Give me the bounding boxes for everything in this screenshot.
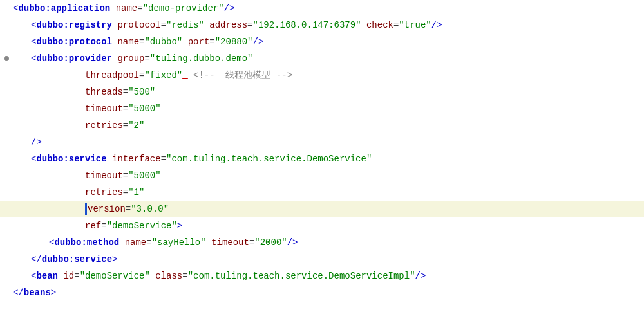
line-code: <dubbo:method name="sayHello" timeout="2… [49, 235, 298, 250]
line-code: threads="500" [85, 84, 155, 100]
code-line: <bean id="demoService" class="com.tuling… [0, 268, 644, 284]
code-line: timeout="5000" [0, 167, 644, 184]
line-code: threadpool="fixed"_ <!-- 线程池模型 --> [85, 68, 292, 83]
code-line: <dubbo:service interface="com.tuling.tea… [0, 151, 644, 167]
line-code: timeout="5000" [85, 168, 161, 183]
line-code: </dubbo:service> [31, 252, 117, 267]
code-line: retries="1" [0, 184, 644, 201]
code-line: <dubbo:registry protocol="redis" address… [0, 17, 644, 33]
code-line: </dubbo:service> [0, 251, 644, 268]
line-code: /> [31, 134, 42, 150]
code-line: <dubbo:method name="sayHello" timeout="2… [0, 234, 644, 251]
code-line: <dubbo:provider group="tuling.dubbo.demo… [0, 50, 644, 67]
code-line: threadpool="fixed"_ <!-- 线程池模型 --> [0, 67, 644, 84]
code-line: threads="500" [0, 84, 644, 100]
line-code: <dubbo:application name="demo-provider"/… [13, 1, 235, 16]
line-code: </beans> [13, 285, 56, 300]
line-code: ref="demoService"> [85, 218, 182, 234]
line-code: <dubbo:protocol name="dubbo" port="20880… [31, 34, 263, 50]
line-code: <dubbo:service interface="com.tuling.tea… [31, 151, 372, 167]
line-code: <dubbo:registry protocol="redis" address… [31, 17, 442, 33]
code-line: </beans> [0, 284, 644, 301]
text-cursor [85, 203, 87, 215]
line-code: version="3.0.0" [85, 201, 169, 217]
gutter-dot [4, 56, 9, 61]
code-line: ref="demoService"> [0, 217, 644, 234]
code-line: retries="2" [0, 117, 644, 134]
code-editor[interactable]: <dubbo:application name="demo-provider"/… [0, 0, 644, 330]
code-line: <dubbo:protocol name="dubbo" port="20880… [0, 33, 644, 50]
line-code: <dubbo:provider group="tuling.dubbo.demo… [31, 51, 253, 66]
code-line: <dubbo:application name="demo-provider"/… [0, 0, 644, 17]
code-line: timeout="5000" [0, 100, 644, 117]
line-code: timeout="5000" [85, 101, 161, 116]
code-line: version="3.0.0" [0, 201, 644, 217]
line-code: <bean id="demoService" class="com.tuling… [31, 268, 426, 284]
line-code: retries="1" [85, 185, 144, 200]
code-line: /> [0, 134, 644, 151]
line-code: retries="2" [85, 118, 144, 133]
line-gutter [0, 56, 13, 61]
